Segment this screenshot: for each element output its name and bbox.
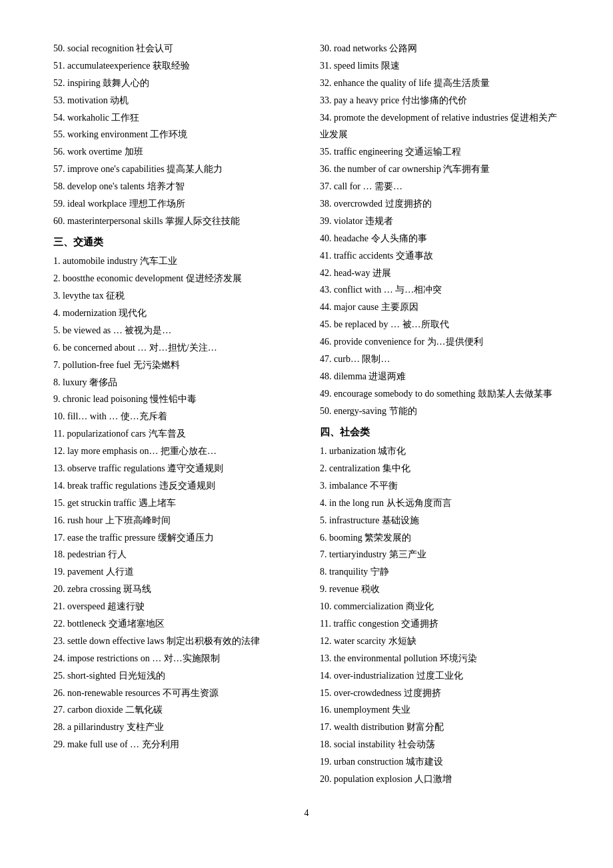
section-title: 四、社会类 (320, 423, 560, 442)
list-item: 20. population explosion 人口激增 (320, 771, 560, 788)
section-title: 三、交通类 (53, 233, 293, 252)
list-item: 16. rush hour 上下班高峰时间 (53, 512, 293, 529)
list-item: 31. speed limits 限速 (320, 57, 560, 75)
list-item: 6. booming 繁荣发展的 (320, 529, 560, 547)
list-item: 40. headache 令人头痛的事 (320, 230, 560, 247)
list-item: 32. enhance the quality of life 提高生活质量 (320, 75, 560, 92)
list-item: 34. promote the development of relative … (320, 109, 560, 144)
right-column: 30. road networks 公路网31. speed limits 限速… (320, 40, 560, 788)
list-item: 2. centralization 集中化 (320, 460, 560, 477)
list-item: 48. dilemma 进退两难 (320, 368, 560, 385)
list-item: 15. over-crowdedness 过度拥挤 (320, 685, 560, 702)
list-item: 19. urban construction 城市建设 (320, 753, 560, 771)
list-item: 1. urbanization 城市化 (320, 443, 560, 460)
list-item: 7. pollution-free fuel 无污染燃料 (53, 357, 293, 374)
list-item: 50. social recognition 社会认可 (53, 40, 293, 57)
list-item: 3. imbalance 不平衡 (320, 477, 560, 495)
list-item: 14. over-industrialization 过度工业化 (320, 667, 560, 685)
list-item: 12. lay more emphasis on… 把重心放在… (53, 443, 293, 460)
list-item: 43. conflict with … 与…相冲突 (320, 281, 560, 299)
list-item: 60. masterinterpersonal skills 掌握人际交往技能 (53, 213, 293, 230)
list-item: 9. chronic lead poisoning 慢性铅中毒 (53, 391, 293, 408)
list-item: 58. develop one's talents 培养才智 (53, 178, 293, 195)
list-item: 17. wealth distribution 财富分配 (320, 719, 560, 736)
list-item: 10. commercialization 商业化 (320, 598, 560, 615)
list-item: 29. make full use of … 充分利用 (53, 736, 293, 753)
list-item: 33. pay a heavy price 付出惨痛的代价 (320, 92, 560, 109)
list-item: 5. be viewed as … 被视为是… (53, 322, 293, 339)
list-item: 10. fill… with … 使…充斥着 (53, 408, 293, 425)
list-item: 52. inspiring 鼓舞人心的 (53, 75, 293, 92)
list-item: 49. encourage somebody to do something 鼓… (320, 385, 560, 403)
list-item: 46. provide convenience for 为…提供便利 (320, 333, 560, 351)
list-item: 24. impose restrictions on … 对…实施限制 (53, 650, 293, 667)
list-item: 27. carbon dioxide 二氧化碳 (53, 701, 293, 719)
list-item: 47. curb… 限制… (320, 351, 560, 368)
list-item: 17. ease the traffic pressure 缓解交通压力 (53, 529, 293, 547)
page-number: 4 (53, 808, 560, 819)
list-item: 56. work overtime 加班 (53, 143, 293, 161)
list-item: 44. major cause 主要原因 (320, 299, 560, 316)
list-item: 13. the environmental pollution 环境污染 (320, 650, 560, 667)
list-item: 50. energy-saving 节能的 (320, 403, 560, 420)
list-item: 51. accumulateexperience 获取经验 (53, 57, 293, 75)
list-item: 3. levythe tax 征税 (53, 287, 293, 305)
list-item: 18. social instability 社会动荡 (320, 736, 560, 753)
list-item: 13. observe traffic regulations 遵守交通规则 (53, 460, 293, 477)
list-item: 55. working environment 工作环境 (53, 126, 293, 143)
list-item: 2. boostthe economic development 促进经济发展 (53, 270, 293, 287)
list-item: 11. traffic congestion 交通拥挤 (320, 615, 560, 633)
list-item: 25. short-sighted 日光短浅的 (53, 667, 293, 685)
list-item: 8. luxury 奢侈品 (53, 374, 293, 391)
list-item: 6. be concerned about … 对…担忧/关注… (53, 339, 293, 357)
list-item: 54. workaholic 工作狂 (53, 109, 293, 127)
list-item: 4. in the long run 从长远角度而言 (320, 495, 560, 512)
list-item: 59. ideal workplace 理想工作场所 (53, 195, 293, 213)
list-item: 35. traffic engineering 交通运输工程 (320, 143, 560, 161)
list-item: 19. pavement 人行道 (53, 563, 293, 581)
left-column: 50. social recognition 社会认可51. accumulat… (53, 40, 293, 788)
list-item: 53. motivation 动机 (53, 92, 293, 109)
list-item: 45. be replaced by … 被…所取代 (320, 316, 560, 333)
list-item: 38. overcrowded 过度拥挤的 (320, 195, 560, 213)
list-item: 12. water scarcity 水短缺 (320, 633, 560, 650)
list-item: 18. pedestrian 行人 (53, 546, 293, 563)
list-item: 16. unemployment 失业 (320, 701, 560, 719)
list-item: 14. break traffic regulations 违反交通规则 (53, 477, 293, 495)
list-item: 8. tranquility 宁静 (320, 563, 560, 581)
list-item: 36. the number of car ownership 汽车拥有量 (320, 161, 560, 178)
list-item: 7. tertiaryindustry 第三产业 (320, 546, 560, 563)
list-item: 15. get struckin traffic 遇上堵车 (53, 495, 293, 512)
list-item: 11. popularizationof cars 汽车普及 (53, 425, 293, 443)
main-content: 50. social recognition 社会认可51. accumulat… (53, 40, 560, 788)
list-item: 42. head-way 进展 (320, 265, 560, 282)
list-item: 9. revenue 税收 (320, 581, 560, 598)
list-item: 37. call for … 需要… (320, 178, 560, 195)
list-item: 4. modernization 现代化 (53, 305, 293, 322)
list-item: 30. road networks 公路网 (320, 40, 560, 57)
list-item: 28. a pillarindustry 支柱产业 (53, 719, 293, 736)
list-item: 1. automobile industry 汽车工业 (53, 253, 293, 270)
list-item: 21. overspeed 超速行驶 (53, 598, 293, 615)
list-item: 5. infrastructure 基础设施 (320, 512, 560, 529)
list-item: 22. bottleneck 交通堵塞地区 (53, 615, 293, 633)
list-item: 41. traffic accidents 交通事故 (320, 247, 560, 265)
list-item: 39. violator 违规者 (320, 213, 560, 230)
list-item: 20. zebra crossing 斑马线 (53, 581, 293, 598)
list-item: 23. settle down effective laws 制定出积极有效的法… (53, 633, 293, 650)
list-item: 57. improve one's capabilities 提高某人能力 (53, 161, 293, 178)
list-item: 26. non-renewable resources 不可再生资源 (53, 685, 293, 702)
